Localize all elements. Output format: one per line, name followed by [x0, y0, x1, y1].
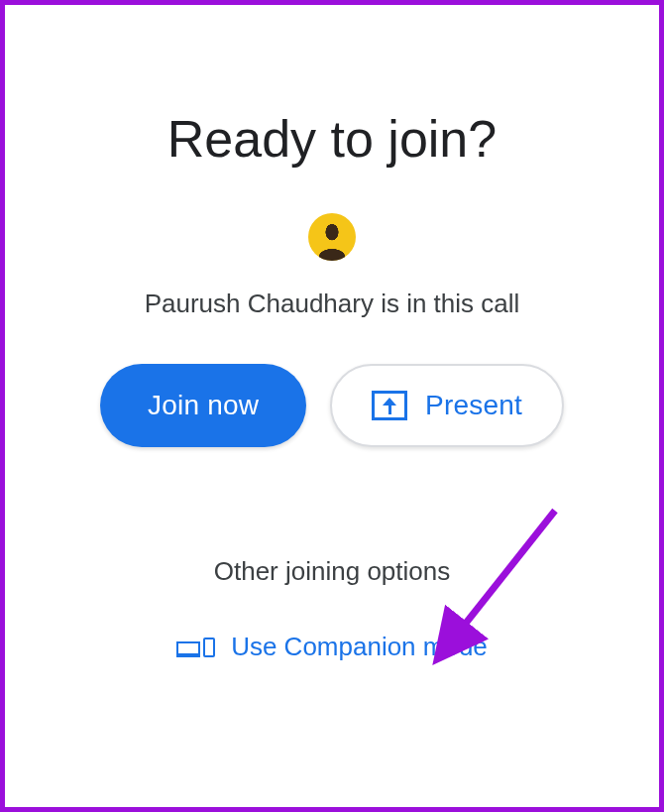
participant-name: Paurush Chaudhary — [145, 289, 374, 318]
companion-devices-icon — [176, 638, 215, 657]
present-to-screen-icon — [372, 391, 407, 420]
other-options-heading: Other joining options — [214, 556, 450, 587]
participant-avatar — [308, 213, 356, 261]
join-now-button[interactable]: Join now — [100, 364, 306, 447]
join-now-label: Join now — [148, 390, 259, 421]
companion-mode-label: Use Companion mode — [231, 632, 488, 662]
page-title: Ready to join? — [167, 109, 497, 169]
present-button[interactable]: Present — [330, 364, 564, 447]
use-companion-mode-link[interactable]: Use Companion mode — [176, 632, 488, 662]
present-label: Present — [425, 390, 522, 421]
call-status-text: Paurush Chaudhary is in this call — [145, 289, 520, 319]
action-button-row: Join now Present — [100, 364, 564, 447]
call-status-suffix: is in this call — [374, 289, 519, 318]
